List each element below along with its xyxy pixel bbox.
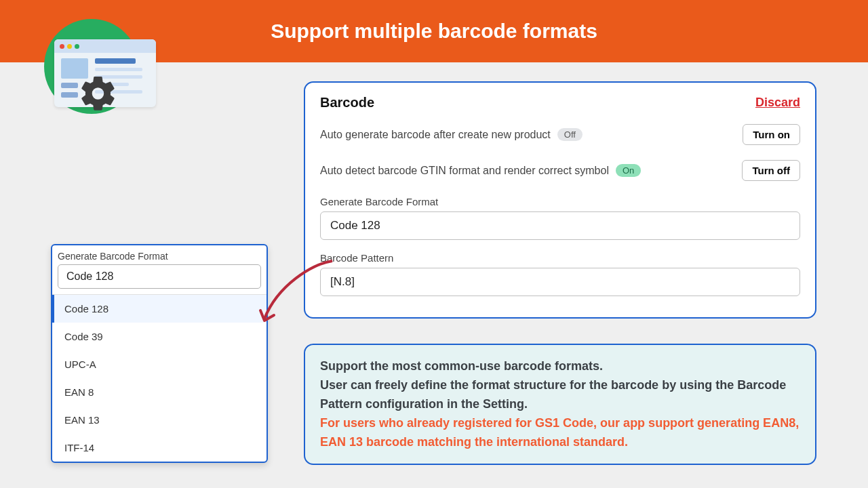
auto-generate-label: Auto generate barcode after create new p… [320,129,551,141]
info-panel: Support the most common-use barcode form… [304,344,816,465]
dropdown-option-code39[interactable]: Code 39 [52,323,267,350]
format-field-label: Generate Barcode Format [320,196,800,207]
auto-detect-label: Auto detect barcode GTIN format and rend… [320,165,609,177]
page-title: Support multiple barcode formats [271,20,597,43]
panel-title: Barcode [320,95,374,110]
dropdown-option-ean8[interactable]: EAN 8 [52,378,267,406]
format-dropdown-panel: Generate Barcode Format Code 128 Code 39… [51,244,268,463]
barcode-settings-panel: Barcode Discard Auto generate barcode af… [304,81,816,319]
turn-off-button[interactable]: Turn off [742,160,800,181]
info-line-1: Support the most common-use barcode form… [320,357,800,376]
dropdown-option-upca[interactable]: UPC-A [52,350,267,378]
discard-button[interactable]: Discard [755,96,800,110]
format-input[interactable] [320,211,800,240]
dropdown-label: Generate Barcode Format [58,251,261,262]
info-line-3: For users who already registered for GS1… [320,414,800,452]
auto-generate-row: Auto generate barcode after create new p… [320,124,800,145]
info-line-2: User can freely define the format struct… [320,376,800,414]
pattern-field-label: Barcode Pattern [320,252,800,264]
app-logo [31,12,146,127]
turn-on-button[interactable]: Turn on [743,124,800,145]
dropdown-option-code128[interactable]: Code 128 [52,295,267,323]
auto-generate-status: Off [557,128,583,141]
dropdown-input[interactable] [58,264,261,289]
dropdown-option-ean13[interactable]: EAN 13 [52,406,267,434]
dropdown-list: Code 128 Code 39 UPC-A EAN 8 EAN 13 ITF-… [52,294,267,462]
dropdown-option-itf14[interactable]: ITF-14 [52,434,267,462]
auto-detect-status: On [616,164,641,177]
gear-icon [78,73,119,114]
pattern-input[interactable] [320,268,800,296]
auto-detect-row: Auto detect barcode GTIN format and rend… [320,160,800,181]
